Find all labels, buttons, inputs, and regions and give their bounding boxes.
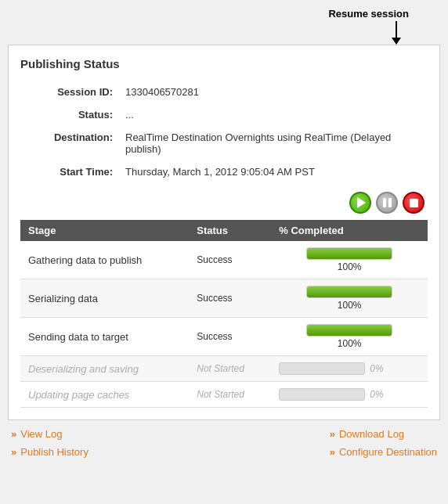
status-row: Status: ...: [22, 104, 426, 125]
stages-header-row: Stage Status % Completed: [20, 220, 428, 241]
stage-status: Success: [189, 241, 271, 279]
view-log-label: View Log: [20, 428, 62, 440]
download-log-link[interactable]: » Download Log: [330, 428, 437, 440]
session-id-label: Session ID:: [22, 81, 116, 103]
download-log-arrow-icon: »: [330, 428, 335, 440]
view-log-arrow-icon: »: [11, 428, 16, 440]
download-log-label: Download Log: [339, 428, 404, 440]
publish-history-label: Publish History: [20, 446, 89, 458]
stage-name: Sending data to target: [20, 318, 189, 356]
publishing-status-panel: Publishing Status Session ID: 1330406570…: [8, 45, 440, 420]
col-status-header: Status: [189, 220, 271, 241]
stage-row: Sending data to targetSuccess100%: [20, 318, 428, 356]
stage-status: Success: [189, 279, 271, 318]
stop-button[interactable]: [403, 192, 425, 214]
session-id-value: 1330406570281: [117, 81, 426, 103]
publish-history-arrow-icon: »: [11, 446, 16, 458]
stage-name: Gathering data to publish: [20, 241, 189, 279]
info-table: Session ID: 1330406570281 Status: ... De…: [20, 80, 428, 184]
pause-button[interactable]: [376, 192, 398, 214]
stage-name: Updating page caches: [20, 382, 189, 408]
col-pct-header: % Completed: [271, 220, 428, 241]
session-id-row: Session ID: 1330406570281: [22, 81, 426, 103]
configure-destination-label: Configure Destination: [339, 446, 437, 458]
start-time-label: Start Time:: [22, 161, 116, 182]
links-left: » View Log » Publish History: [11, 428, 89, 458]
links-area: » View Log » Publish History » Download …: [8, 428, 440, 458]
destination-label: Destination:: [22, 127, 116, 160]
view-log-link[interactable]: » View Log: [11, 428, 89, 440]
stage-row: Gathering data to publishSuccess100%: [20, 241, 428, 279]
panel-title: Publishing Status: [20, 57, 428, 70]
resume-session-area: Resume session: [8, 8, 440, 20]
stage-status: Not Started: [189, 382, 271, 408]
stage-row: Deserializing and savingNot Started0%: [20, 356, 428, 382]
stage-pct: 0%: [271, 356, 428, 382]
stage-pct: 100%: [271, 318, 428, 356]
links-right: » Download Log » Configure Destination: [330, 428, 437, 458]
stage-name: Deserializing and saving: [20, 356, 189, 382]
stage-row: Serializing dataSuccess100%: [20, 279, 428, 318]
stage-pct: 100%: [271, 241, 428, 279]
start-time-row: Start Time: Thursday, March 1, 2012 9:05…: [22, 161, 426, 182]
publish-history-link[interactable]: » Publish History: [11, 446, 89, 458]
start-time-value: Thursday, March 1, 2012 9:05:04 AM PST: [117, 161, 426, 182]
destination-row: Destination: RealTime Destination Overni…: [22, 127, 426, 160]
configure-destination-arrow-icon: »: [330, 446, 335, 458]
control-buttons: [20, 192, 428, 214]
stage-row: Updating page cachesNot Started0%: [20, 382, 428, 408]
col-stage-header: Stage: [20, 220, 189, 241]
stage-status: Success: [189, 318, 271, 356]
pause-icon: [383, 198, 392, 207]
status-value: ...: [117, 104, 426, 125]
status-label: Status:: [22, 104, 116, 125]
configure-destination-link[interactable]: » Configure Destination: [330, 446, 437, 458]
stage-pct: 100%: [271, 279, 428, 318]
arrow-down-icon: [396, 21, 397, 38]
resume-session-label[interactable]: Resume session: [328, 8, 409, 20]
stages-table: Stage Status % Completed Gathering data …: [20, 220, 428, 408]
destination-value: RealTime Destination Overnights using Re…: [117, 127, 426, 160]
stage-pct: 0%: [271, 382, 428, 408]
arrow-container: [8, 21, 440, 45]
play-button[interactable]: [349, 192, 371, 214]
stage-name: Serializing data: [20, 279, 189, 318]
stage-status: Not Started: [189, 356, 271, 382]
